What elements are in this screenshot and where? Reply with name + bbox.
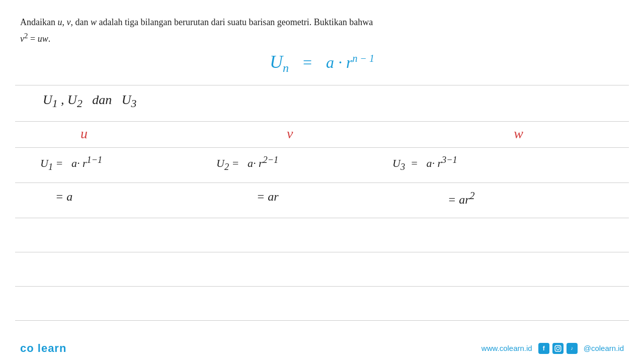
v-variable-label: v — [287, 126, 293, 142]
formula-line: Un = a · rn − 1 — [20, 46, 624, 77]
w-variable-label: w — [514, 126, 523, 142]
notebook-line-4: = a = ar = ar2 — [15, 183, 629, 218]
u1-simplified: = a — [55, 190, 72, 204]
notebook-line-1: U1 , U2 dan U3 — [15, 85, 629, 122]
svg-rect-0 — [555, 345, 561, 351]
svg-point-1 — [556, 347, 559, 350]
notebook-line-7 — [15, 287, 629, 321]
footer-right: www.colearn.id f ♪ @colearn.id — [481, 343, 624, 354]
notebook-area: U1 , U2 dan U3 u v w U1 = a· r1−1 U2 = a… — [15, 85, 629, 355]
facebook-icon: f — [538, 343, 549, 354]
formula-un: Un — [270, 52, 289, 72]
logo-co: co learn — [20, 342, 66, 354]
u-variable-label: u — [80, 126, 88, 142]
u-labels: U1 , U2 dan U3 — [43, 93, 136, 110]
u3-simplified: = ar2 — [448, 190, 475, 207]
social-icons: f ♪ — [538, 343, 578, 354]
formula-equals: = — [303, 53, 312, 71]
tiktok-icon: ♪ — [567, 343, 578, 354]
u2-formula: U2 = a· r2−1 — [216, 155, 278, 172]
question-area: Andaikan u, v, dan w adalah tiga bilanga… — [0, 0, 644, 85]
notebook-line-2: u v w — [15, 122, 629, 148]
instagram-icon — [552, 343, 564, 354]
u3-formula: U3 = a· r3−1 — [392, 155, 457, 172]
main-page: Andaikan u, v, dan w adalah tiga bilanga… — [0, 0, 644, 362]
notebook-line-6 — [15, 252, 629, 287]
u2-simplified: = ar — [257, 190, 279, 204]
social-handle: @colearn.id — [584, 344, 624, 352]
question-text: Andaikan u, v, dan w adalah tiga bilanga… — [20, 15, 624, 46]
footer-logo: co learn — [20, 342, 66, 355]
svg-point-2 — [559, 346, 560, 347]
formula-rhs: a · rn − 1 — [326, 53, 374, 71]
website-url: www.colearn.id — [481, 344, 532, 352]
u1-formula: U1 = a· r1−1 — [40, 155, 102, 172]
notebook-line-5 — [15, 218, 629, 252]
notebook-line-3: U1 = a· r1−1 U2 = a· r2−1 U3 = a· r3−1 — [15, 148, 629, 183]
footer: co learn www.colearn.id f ♪ @colearn. — [0, 334, 644, 362]
